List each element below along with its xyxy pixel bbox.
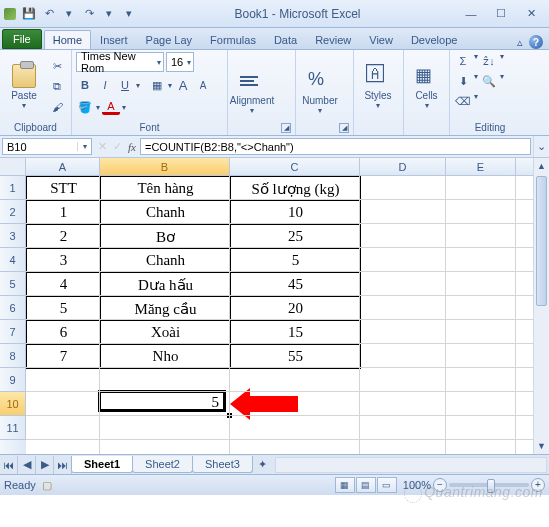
- alignment-button[interactable]: Alignment▾: [232, 61, 272, 123]
- row-header-4[interactable]: 4: [0, 248, 26, 272]
- cells-area[interactable]: STTTên hàngSố lượng (kg)1Chanh102Bơ253Ch…: [26, 176, 533, 454]
- number-button[interactable]: %Number▾: [300, 61, 340, 123]
- table-cell[interactable]: 25: [231, 225, 361, 249]
- table-cell[interactable]: Xoài: [101, 321, 231, 345]
- row-header-5[interactable]: 5: [0, 272, 26, 296]
- page-break-view-button[interactable]: ▭: [377, 477, 397, 493]
- active-cell[interactable]: 5: [98, 390, 226, 412]
- table-cell[interactable]: 3: [27, 249, 101, 273]
- row-header-6[interactable]: 6: [0, 296, 26, 320]
- scroll-down-icon[interactable]: ▼: [534, 438, 549, 454]
- underline-button[interactable]: U: [116, 76, 134, 94]
- fill-icon[interactable]: ⬇: [454, 72, 472, 90]
- table-cell[interactable]: Chanh: [101, 249, 231, 273]
- grow-font-button[interactable]: A: [174, 76, 192, 94]
- select-all-corner[interactable]: [0, 158, 26, 176]
- formula-input[interactable]: =COUNTIF(B2:B8,"<>Chanh"): [140, 138, 531, 155]
- minimize-button[interactable]: —: [457, 5, 485, 23]
- sheet-tab-sheet1[interactable]: Sheet1: [71, 456, 133, 473]
- horizontal-scrollbar[interactable]: [275, 457, 547, 473]
- normal-view-button[interactable]: ▦: [335, 477, 355, 493]
- clear-icon[interactable]: ⌫: [454, 92, 472, 110]
- zoom-slider[interactable]: [449, 483, 529, 487]
- col-header-D[interactable]: D: [360, 158, 446, 175]
- row-header-9[interactable]: 9: [0, 368, 26, 392]
- maximize-button[interactable]: ☐: [487, 5, 515, 23]
- row-header-11[interactable]: 11: [0, 416, 26, 440]
- sort-filter-icon[interactable]: ẑ↓: [480, 52, 498, 70]
- styles-button[interactable]: 🄰Styles▾: [358, 56, 398, 118]
- tab-develope[interactable]: Develope: [402, 30, 466, 49]
- row-header-8[interactable]: 8: [0, 344, 26, 368]
- page-layout-view-button[interactable]: ▤: [356, 477, 376, 493]
- col-header-B[interactable]: B: [100, 158, 230, 175]
- undo-icon[interactable]: ↶: [40, 5, 58, 23]
- sheet-last-icon[interactable]: ⏭: [54, 456, 72, 474]
- fx-icon[interactable]: fx: [128, 141, 136, 153]
- macro-record-icon[interactable]: ▢: [42, 479, 52, 492]
- tab-page-lay[interactable]: Page Lay: [137, 30, 201, 49]
- row-headers[interactable]: 1234567891011: [0, 176, 26, 454]
- redo-icon[interactable]: ↷: [80, 5, 98, 23]
- qat-customize[interactable]: ▾: [120, 5, 138, 23]
- border-button[interactable]: ▦: [148, 76, 166, 94]
- font-color-button[interactable]: A: [102, 100, 120, 115]
- italic-button[interactable]: I: [96, 76, 114, 94]
- table-cell[interactable]: Chanh: [101, 201, 231, 225]
- help-icon[interactable]: ?: [529, 35, 543, 49]
- cancel-formula-icon[interactable]: ✕: [98, 140, 107, 153]
- table-cell[interactable]: 6: [27, 321, 101, 345]
- zoom-in-button[interactable]: +: [531, 478, 545, 492]
- tab-formulas[interactable]: Formulas: [201, 30, 265, 49]
- row-header-1[interactable]: 1: [0, 176, 26, 200]
- minimize-ribbon-icon[interactable]: ▵: [517, 36, 523, 49]
- table-cell[interactable]: 2: [27, 225, 101, 249]
- row-header-7[interactable]: 7: [0, 320, 26, 344]
- table-cell[interactable]: 7: [27, 345, 101, 369]
- table-cell[interactable]: Nho: [101, 345, 231, 369]
- copy-icon[interactable]: ⧉: [48, 78, 66, 96]
- tab-insert[interactable]: Insert: [91, 30, 137, 49]
- column-headers[interactable]: ABCDE: [26, 158, 533, 176]
- expand-formula-bar[interactable]: ⌄: [533, 136, 549, 157]
- scroll-up-icon[interactable]: ▲: [534, 158, 549, 174]
- spreadsheet-grid[interactable]: ABCDE 1234567891011 STTTên hàngSố lượng …: [0, 158, 549, 454]
- shrink-font-button[interactable]: A: [194, 76, 212, 94]
- scroll-thumb[interactable]: [536, 176, 547, 306]
- zoom-level[interactable]: 100%: [403, 479, 431, 491]
- table-cell[interactable]: 55: [231, 345, 361, 369]
- table-cell[interactable]: 20: [231, 297, 361, 321]
- tab-home[interactable]: Home: [44, 30, 91, 49]
- enter-formula-icon[interactable]: ✓: [113, 140, 122, 153]
- new-sheet-button[interactable]: ✦: [253, 458, 273, 471]
- alignment-launcher[interactable]: ◢: [281, 123, 291, 133]
- sheet-tab-sheet3[interactable]: Sheet3: [192, 456, 253, 473]
- file-tab[interactable]: File: [2, 29, 42, 49]
- table-cell[interactable]: Dưa hấu: [101, 273, 231, 297]
- row-header-2[interactable]: 2: [0, 200, 26, 224]
- table-cell[interactable]: 1: [27, 201, 101, 225]
- table-cell[interactable]: 5: [231, 249, 361, 273]
- zoom-out-button[interactable]: −: [433, 478, 447, 492]
- col-header-E[interactable]: E: [446, 158, 516, 175]
- table-cell[interactable]: 45: [231, 273, 361, 297]
- table-cell[interactable]: 10: [231, 201, 361, 225]
- format-painter-icon[interactable]: 🖌: [48, 98, 66, 116]
- qat-dd-1[interactable]: ▾: [60, 5, 78, 23]
- bold-button[interactable]: B: [76, 76, 94, 94]
- table-cell[interactable]: 5: [27, 297, 101, 321]
- sheet-tab-sheet2[interactable]: Sheet2: [132, 456, 193, 473]
- paste-button[interactable]: Paste ▾: [4, 56, 44, 118]
- row-header-10[interactable]: 10: [0, 392, 26, 416]
- table-cell[interactable]: Măng cầu: [101, 297, 231, 321]
- number-launcher[interactable]: ◢: [339, 123, 349, 133]
- autosum-icon[interactable]: Σ: [454, 52, 472, 70]
- sheet-first-icon[interactable]: ⏮: [0, 456, 18, 474]
- tab-data[interactable]: Data: [265, 30, 306, 49]
- vertical-scrollbar[interactable]: ▲ ▼: [533, 158, 549, 454]
- find-icon[interactable]: 🔍: [480, 72, 498, 90]
- tab-view[interactable]: View: [360, 30, 402, 49]
- name-box[interactable]: B10 ▾: [2, 138, 92, 155]
- save-icon[interactable]: 💾: [20, 5, 38, 23]
- name-box-dropdown[interactable]: ▾: [77, 142, 91, 151]
